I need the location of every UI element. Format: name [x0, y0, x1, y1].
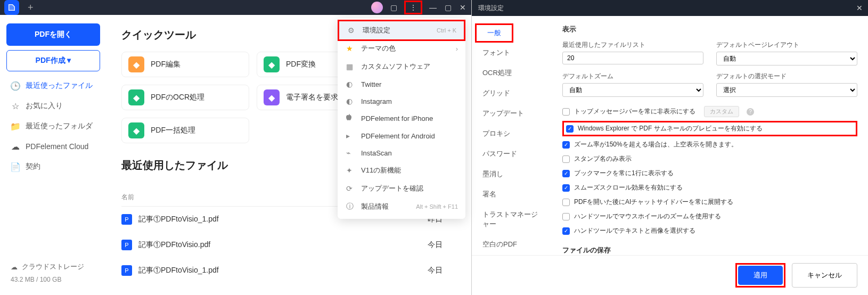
user-avatar[interactable]	[371, 2, 383, 13]
tool-4[interactable]: ◆PDF一括処理	[121, 118, 249, 143]
app-logo-icon	[4, 0, 19, 15]
check-row-4[interactable]: ブックマークを常に1行に表示する	[562, 166, 857, 181]
select-mode-label: デフォルトの選択モード	[716, 72, 857, 81]
prefs-nav-item-4[interactable]: アップデート	[472, 103, 552, 124]
dropdown-icon: ⓘ	[346, 202, 355, 211]
prefs-nav-item-8[interactable]: 署名	[472, 184, 552, 204]
recent-list-label: 最近使用したファイルリスト	[562, 40, 703, 50]
dropdown-item-10[interactable]: ⓘ製品情報Alt + Shift + F11	[338, 198, 465, 216]
checkbox-icon[interactable]	[562, 108, 570, 116]
checkbox-icon[interactable]	[562, 184, 570, 192]
dropdown-item-3[interactable]: ◐Twitter	[338, 76, 465, 93]
sidebar-item-4[interactable]: 📄契約	[6, 157, 100, 177]
sidebar-icon: 📄	[11, 162, 20, 171]
check-row-1[interactable]: Windows Explorer で PDF サムネールのプレビューを有効にする	[562, 121, 857, 136]
pdf-file-icon: P	[121, 240, 132, 250]
default-layout-select[interactable]: 自動	[716, 52, 857, 65]
recent-files-title: 最近使用したファイル	[121, 158, 228, 173]
file-row[interactable]: P記事①PDFtoVisio.pdf今日	[121, 232, 456, 258]
minimize-button[interactable]: —	[429, 3, 437, 12]
checkbox-icon[interactable]	[562, 199, 570, 206]
checkbox-icon[interactable]	[562, 227, 570, 235]
dropdown-icon: ◐	[346, 80, 355, 88]
custom-button: カスタム	[704, 106, 739, 117]
dropdown-icon: ✦	[346, 166, 355, 175]
shortcut-label: Ctrl + K	[437, 27, 456, 34]
prefs-nav-item-3[interactable]: グリッド	[472, 83, 552, 103]
checkbox-icon[interactable]	[562, 141, 570, 149]
prefs-nav-item-2[interactable]: OCR処理	[472, 63, 552, 83]
sidebar-icon: ☁	[11, 142, 20, 151]
prefs-nav-item-10[interactable]: 空白のPDF	[472, 234, 552, 255]
dropdown-item-1[interactable]: ★テーマの色›	[338, 39, 465, 58]
dropdown-item-6[interactable]: ▸PDFelement for Android	[338, 127, 465, 144]
prefs-nav-item-6[interactable]: パスワード	[472, 144, 552, 164]
save-section-title: ファイルの保存	[562, 245, 857, 255]
dropdown-item-0[interactable]: ⚙環境設定Ctrl + K	[339, 21, 464, 39]
tool-0[interactable]: ◆PDF編集	[121, 52, 249, 77]
tool-icon: ◆	[264, 56, 280, 72]
tool-icon: ◆	[264, 89, 280, 105]
prefs-nav-item-5[interactable]: プロキシ	[472, 124, 552, 144]
tool-icon: ◆	[128, 122, 144, 138]
check-row-5[interactable]: スムーズスクロール効果を有効にする	[562, 181, 857, 195]
chevron-down-icon: ▾	[67, 56, 71, 64]
open-pdf-button[interactable]: PDFを開く	[6, 23, 100, 46]
file-row[interactable]: P記事①PDFtoVisio_1.pdf今日	[121, 258, 456, 283]
close-button[interactable]: ✕	[458, 3, 467, 12]
check-row-3[interactable]: スタンプ名のみ表示	[562, 152, 857, 166]
dropdown-item-2[interactable]: ▦カスタムソフトウェア	[338, 58, 465, 76]
prefs-nav-item-7[interactable]: 墨消し	[472, 164, 552, 184]
select-mode-select[interactable]: 選択	[716, 83, 857, 97]
prefs-nav-item-1[interactable]: フォント	[472, 43, 552, 63]
tool-icon: ◆	[128, 56, 144, 72]
tool-icon: ◆	[128, 89, 144, 105]
sidebar-item-1[interactable]: ☆お気に入り	[6, 96, 100, 116]
check-row-2[interactable]: ズーム率が150%を超える場合は、上空表示を開きます。	[562, 137, 857, 152]
more-menu-button[interactable]: ⋮	[409, 3, 417, 12]
preferences-close-button[interactable]: ✕	[856, 4, 863, 12]
default-zoom-label: デフォルトズーム	[562, 72, 703, 81]
dropdown-icon: ▸	[346, 132, 355, 140]
tool-2[interactable]: ◆PDFのOCR処理	[121, 85, 249, 110]
recent-list-input[interactable]	[562, 52, 703, 64]
dropdown-icon: ▦	[346, 62, 355, 71]
sidebar-item-2[interactable]: 📁最近使ったフォルダ	[6, 116, 100, 136]
default-zoom-select[interactable]: 自動	[562, 83, 703, 97]
sidebar-item-3[interactable]: ☁PDFelement Cloud	[6, 136, 100, 157]
panel-icon[interactable]: ▢	[389, 3, 398, 12]
dropdown-item-7[interactable]: ⌁InstaScan	[338, 144, 465, 161]
check-row-6[interactable]: PDFを開いた後にAIチャットサイドバーを常に展開する	[562, 195, 857, 209]
checkbox-icon[interactable]	[562, 213, 570, 220]
check-row-7[interactable]: ハンドツールでマウスホイールのズームを使用する	[562, 209, 857, 224]
cancel-button[interactable]: キャンセル	[792, 263, 857, 288]
dropdown-icon: ⌁	[346, 149, 355, 157]
maximize-button[interactable]: ▢	[444, 3, 452, 12]
shortcut-label: Alt + Shift + F11	[416, 203, 458, 210]
preferences-content: 表示 最近使用したファイルリスト デフォルトページレイアウト 自動 デフォルトズ…	[552, 16, 868, 255]
create-pdf-button[interactable]: PDF作成 ▾	[6, 50, 100, 71]
cloud-icon: ☁	[11, 263, 18, 271]
checkbox-icon[interactable]	[562, 170, 570, 177]
sidebar-icon: ☆	[11, 101, 20, 111]
dropdown-item-9[interactable]: ⟳アップデートを確認	[338, 179, 465, 198]
more-dropdown-menu: ⚙環境設定Ctrl + K★テーマの色›▦カスタムソフトウェア◐Twitter◐…	[338, 18, 465, 219]
dropdown-icon: ★	[346, 44, 355, 53]
dropdown-item-4[interactable]: ◐Instagram	[338, 93, 465, 110]
checkbox-icon[interactable]	[566, 125, 574, 133]
pdf-file-icon: P	[121, 265, 132, 276]
check-row-0[interactable]: トップメッセージバーを常に非表示にするカスタム?	[562, 103, 857, 120]
help-icon[interactable]: ?	[747, 108, 754, 116]
sidebar-item-0[interactable]: 🕒最近使ったファイル	[6, 76, 100, 96]
checkbox-icon[interactable]	[562, 155, 570, 163]
preferences-titlebar: 環境設定 ✕	[472, 0, 868, 16]
dropdown-item-5[interactable]: PDFelement for iPhone	[338, 110, 465, 127]
more-menu-highlight: ⋮	[404, 1, 422, 14]
dropdown-item-8[interactable]: ✦V11の新機能	[338, 161, 465, 179]
new-tab-button[interactable]: +	[23, 2, 38, 13]
prefs-nav-item-9[interactable]: トラストマネージャー	[472, 204, 552, 234]
display-section-title: 表示	[562, 24, 857, 34]
check-row-8[interactable]: ハンドツールでテキストと画像を選択する	[562, 224, 857, 238]
prefs-nav-general[interactable]: 一般	[475, 23, 513, 43]
apply-button[interactable]: 適用	[738, 266, 783, 285]
